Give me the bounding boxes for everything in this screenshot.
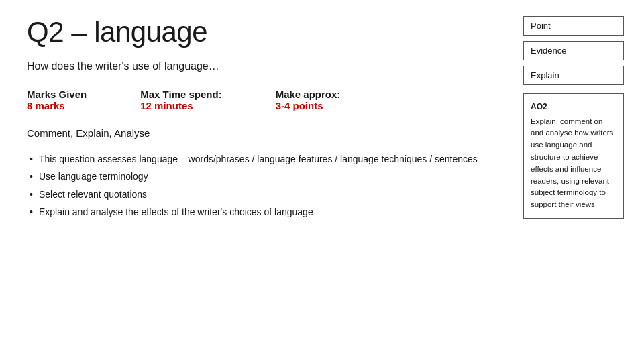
- ao2-title: AO2: [531, 101, 616, 113]
- point-label-box: Point: [523, 16, 624, 36]
- main-content: Q2 – language How does the writer's use …: [27, 16, 523, 349]
- marks-given-value: 8 marks: [27, 100, 87, 111]
- ao2-box: AO2 Explain, comment on and analyse how …: [523, 93, 624, 219]
- make-approx-label: Make approx:: [276, 88, 341, 100]
- time-spend-col: Max Time spend: 12 minutes: [140, 88, 221, 111]
- marks-row: Marks Given 8 marks Max Time spend: 12 m…: [27, 88, 510, 111]
- list-item: Explain and analyse the effects of the w…: [27, 205, 510, 219]
- bullet-list: This question assesses language – words/…: [27, 152, 510, 219]
- page-container: Q2 – language How does the writer's use …: [0, 0, 644, 362]
- page-title: Q2 – language: [27, 16, 510, 48]
- time-spend-label: Max Time spend:: [140, 88, 221, 100]
- subtitle: How does the writer's use of language…: [27, 60, 510, 72]
- list-item: Use language terminology: [27, 170, 510, 183]
- time-spend-value: 12 minutes: [140, 100, 221, 111]
- make-approx-col: Make approx: 3-4 points: [276, 88, 341, 111]
- marks-given-col: Marks Given 8 marks: [27, 88, 87, 111]
- list-item: This question assesses language – words/…: [27, 152, 510, 166]
- ao2-text: Explain, comment on and analyse how writ…: [531, 117, 613, 209]
- right-panel: Point Evidence Explain AO2 Explain, comm…: [523, 16, 624, 349]
- comment-label: Comment, Explain, Analyse: [27, 127, 510, 139]
- list-item: Select relevant quotations: [27, 188, 510, 201]
- evidence-label-box: Evidence: [523, 41, 624, 60]
- marks-given-label: Marks Given: [27, 88, 87, 100]
- make-approx-value: 3-4 points: [276, 100, 341, 111]
- explain-label-box: Explain: [523, 66, 624, 85]
